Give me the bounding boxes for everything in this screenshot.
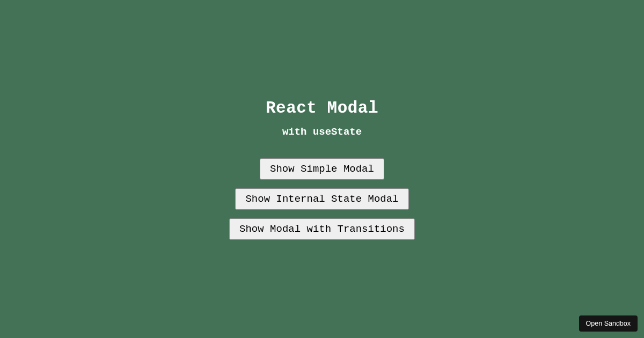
show-internal-state-modal-button[interactable]: Show Internal State Modal bbox=[235, 188, 408, 210]
open-sandbox-button[interactable]: Open Sandbox bbox=[579, 315, 638, 332]
page-title: React Modal bbox=[266, 99, 378, 117]
page-subtitle: with useState bbox=[282, 126, 362, 138]
show-modal-with-transitions-button[interactable]: Show Modal with Transitions bbox=[229, 218, 415, 240]
main-container: React Modal with useState Show Simple Mo… bbox=[229, 99, 415, 240]
show-simple-modal-button[interactable]: Show Simple Modal bbox=[260, 158, 384, 180]
